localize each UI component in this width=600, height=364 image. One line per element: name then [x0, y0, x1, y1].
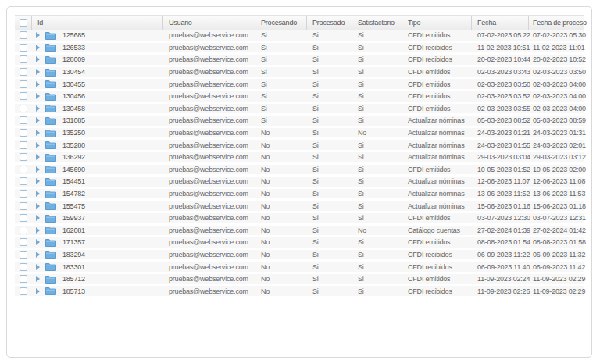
- row-checkbox[interactable]: [20, 80, 27, 88]
- row-checkbox[interactable]: [20, 116, 27, 124]
- row-checkbox[interactable]: [20, 153, 27, 161]
- table-row[interactable]: 135250 pruebas@webservice.com No Si No A…: [15, 128, 584, 141]
- table-row[interactable]: 159937 pruebas@webservice.com No Si Si C…: [15, 213, 584, 226]
- table-row[interactable]: 171357 pruebas@webservice.com No Si Si C…: [15, 237, 584, 250]
- tipo-cell: CFDI emitidos: [402, 92, 472, 100]
- row-checkbox[interactable]: [20, 105, 27, 112]
- table-row[interactable]: 130456 pruebas@webservice.com Si Si Si C…: [15, 91, 584, 104]
- expand-arrow-icon[interactable]: [36, 178, 40, 184]
- expand-arrow-icon[interactable]: [36, 154, 40, 160]
- fecha-cell: 06-09-2023 11:22: [472, 251, 529, 259]
- expand-arrow-icon[interactable]: [36, 227, 40, 234]
- row-id: 162081: [62, 227, 85, 234]
- expand-arrow-icon[interactable]: [36, 203, 40, 209]
- fecha-proceso-cell: 02-03-2023 04:00: [529, 92, 584, 100]
- table-row[interactable]: 135280 pruebas@webservice.com No Si Si A…: [15, 140, 584, 152]
- row-checkbox[interactable]: [20, 251, 27, 259]
- row-checkbox[interactable]: [20, 177, 27, 185]
- usuario-cell: pruebas@webservice.com: [163, 238, 255, 246]
- table-row[interactable]: 183301 pruebas@webservice.com No Si Si C…: [15, 262, 584, 274]
- expand-arrow-icon[interactable]: [36, 215, 40, 221]
- column-header-usuario[interactable]: Usuario: [163, 16, 255, 30]
- table-row[interactable]: 130454 pruebas@webservice.com Si Si Si C…: [15, 67, 584, 80]
- expand-arrow-icon[interactable]: [36, 276, 40, 282]
- expand-arrow-icon[interactable]: [36, 93, 40, 99]
- row-checkbox[interactable]: [20, 263, 27, 271]
- table-row[interactable]: 126533 pruebas@webservice.com Si Si Si C…: [15, 43, 584, 55]
- table-row[interactable]: 128009 pruebas@webservice.com Si Si Si C…: [15, 55, 584, 67]
- expand-arrow-icon[interactable]: [36, 56, 40, 62]
- expand-arrow-icon[interactable]: [36, 32, 40, 38]
- row-checkbox[interactable]: [20, 129, 27, 137]
- table-row[interactable]: 185713 pruebas@webservice.com No Si Si C…: [15, 286, 584, 298]
- table-row[interactable]: 155475 pruebas@webservice.com No Si Si A…: [15, 201, 584, 213]
- column-header-fecha-proceso[interactable]: Fecha de proceso: [529, 16, 584, 30]
- row-checkbox[interactable]: [20, 275, 27, 283]
- row-checkbox[interactable]: [20, 202, 27, 210]
- tipo-cell: CFDI recibidos: [402, 287, 472, 295]
- table-row[interactable]: 136292 pruebas@webservice.com No Si Si A…: [15, 152, 584, 165]
- satisfactorio-cell: Si: [352, 214, 402, 222]
- procesando-cell: No: [255, 238, 307, 246]
- fecha-proceso-cell: 20-02-2023 10:52: [529, 55, 584, 63]
- usuario-cell: pruebas@webservice.com: [163, 190, 255, 198]
- table-row[interactable]: 185712 pruebas@webservice.com No Si Si C…: [15, 274, 584, 287]
- procesando-cell: No: [255, 202, 307, 210]
- table-row[interactable]: 125685 pruebas@webservice.com Si Si Si C…: [15, 30, 584, 43]
- column-header-procesando[interactable]: Procesando: [255, 16, 307, 30]
- row-checkbox[interactable]: [20, 44, 27, 52]
- row-checkbox-cell: [15, 116, 32, 124]
- table-row[interactable]: 130455 pruebas@webservice.com Si Si Si C…: [15, 79, 584, 91]
- expand-arrow-icon[interactable]: [36, 45, 40, 51]
- column-header-satisfactorio[interactable]: Satisfactorio: [352, 16, 402, 30]
- table-row[interactable]: 183294 pruebas@webservice.com No Si Si C…: [15, 250, 584, 262]
- expand-arrow-icon[interactable]: [36, 191, 40, 197]
- procesado-cell: Si: [307, 31, 352, 39]
- row-checkbox[interactable]: [20, 238, 27, 246]
- row-checkbox[interactable]: [20, 141, 27, 149]
- table-row[interactable]: 162081 pruebas@webservice.com No Si No C…: [15, 226, 584, 238]
- column-header-id[interactable]: Id: [32, 16, 163, 30]
- tipo-cell: CFDI recibidos: [402, 251, 472, 259]
- column-header-fecha[interactable]: Fecha: [472, 16, 529, 30]
- usuario-cell: pruebas@webservice.com: [163, 227, 255, 234]
- procesado-cell: Si: [307, 238, 352, 246]
- row-checkbox[interactable]: [20, 68, 27, 76]
- row-checkbox-cell: [15, 166, 32, 173]
- usuario-cell: pruebas@webservice.com: [163, 44, 255, 52]
- select-all-checkbox[interactable]: [20, 19, 27, 27]
- expand-arrow-icon[interactable]: [36, 264, 40, 270]
- row-checkbox[interactable]: [20, 214, 27, 222]
- expand-arrow-icon[interactable]: [36, 117, 40, 123]
- column-header-tipo[interactable]: Tipo: [402, 16, 472, 30]
- procesando-cell: Si: [255, 105, 307, 112]
- expand-arrow-icon[interactable]: [36, 252, 40, 258]
- table-row[interactable]: 131085 pruebas@webservice.com Si Si Si A…: [15, 116, 584, 128]
- expand-arrow-icon[interactable]: [36, 130, 40, 136]
- expand-arrow-icon[interactable]: [36, 105, 40, 112]
- expand-arrow-icon[interactable]: [36, 142, 40, 148]
- tipo-cell: Actualizar nóminas: [402, 153, 472, 161]
- table-row[interactable]: 154782 pruebas@webservice.com No Si Si A…: [15, 189, 584, 202]
- row-checkbox[interactable]: [20, 287, 27, 295]
- id-cell: 154782: [32, 190, 163, 198]
- table-row[interactable]: 145690 pruebas@webservice.com No Si Si C…: [15, 165, 584, 177]
- column-header-procesado[interactable]: Procesado: [307, 16, 352, 30]
- expand-arrow-icon[interactable]: [36, 288, 40, 294]
- expand-arrow-icon[interactable]: [36, 69, 40, 75]
- fecha-cell: 02-03-2023 03:52: [472, 92, 529, 100]
- procesando-cell: Si: [255, 92, 307, 100]
- table-row[interactable]: 154451 pruebas@webservice.com No Si Si A…: [15, 177, 584, 189]
- row-checkbox[interactable]: [20, 190, 27, 198]
- expand-arrow-icon[interactable]: [36, 166, 40, 173]
- table-row[interactable]: 130458 pruebas@webservice.com Si Si Si C…: [15, 104, 584, 116]
- row-checkbox[interactable]: [20, 31, 27, 39]
- folder-icon: [45, 92, 56, 101]
- row-checkbox[interactable]: [20, 227, 27, 234]
- expand-arrow-icon[interactable]: [36, 81, 40, 87]
- row-checkbox[interactable]: [20, 55, 27, 63]
- row-checkbox[interactable]: [20, 92, 27, 100]
- expand-arrow-icon[interactable]: [36, 239, 40, 245]
- row-checkbox[interactable]: [20, 166, 27, 173]
- procesando-cell: No: [255, 251, 307, 259]
